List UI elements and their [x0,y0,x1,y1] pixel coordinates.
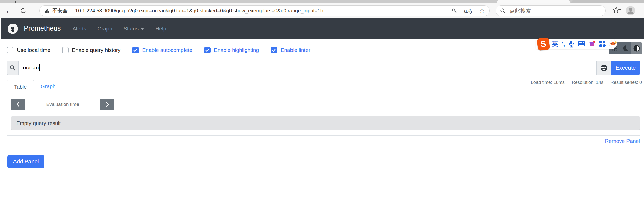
brand-title[interactable]: Prometheus [24,25,61,33]
translate-icon[interactable]: aあ [464,7,472,14]
tab-graph[interactable]: Graph [34,79,62,94]
more-menu-icon[interactable]: ··· [639,5,644,13]
resolution: Resolution: 14s [572,80,603,85]
tab-table[interactable]: Table [7,80,34,94]
url-text[interactable]: 10.1.224.58:9090/graph?g0.expr=ocean&g0.… [75,8,448,14]
microphone-icon[interactable] [568,40,574,48]
assistant-fox-icon[interactable] [609,40,618,48]
address-bar[interactable]: 不安全 10.1.224.58:9090/graph?g0.expr=ocean… [39,5,490,16]
skin-shirt-icon[interactable] [589,41,596,47]
search-icon [500,8,506,14]
expression-input[interactable]: ocean [19,61,596,75]
nav-graph[interactable]: Graph [97,26,112,32]
option-enable-autocomplete[interactable]: Enable autocomplete [132,47,192,53]
text-cursor [39,64,40,71]
nav-help[interactable]: Help [155,26,166,32]
result-series: Result series: 0 [610,80,642,85]
security-label[interactable]: 不安全 [52,7,68,14]
refresh-icon [20,7,26,14]
nav-alerts[interactable]: Alerts [73,26,86,32]
checkbox-checked[interactable] [271,47,277,53]
option-enable-query-history[interactable]: Enable query history [62,47,120,53]
prometheus-navbar: Prometheus Alerts Graph Status Help [0,18,644,39]
load-time: Load time: 18ms [531,80,565,85]
chevron-right-icon [105,102,109,107]
caret-down-icon [141,28,144,30]
browser-tab[interactable] [571,0,644,3]
remove-panel-link[interactable]: Remove Panel [605,138,640,144]
checkbox-unchecked[interactable] [7,47,13,53]
evaluation-time-forward-button[interactable] [100,99,114,110]
refresh-button[interactable] [18,5,28,16]
ime-toolbar: S 英 ’, [536,39,614,49]
option-use-local-time[interactable]: Use local time [7,47,50,53]
tab-separator [224,1,224,3]
warning-icon [44,8,50,13]
query-bar: ocean Execute [7,61,640,75]
tab-separator [362,1,362,3]
screen: ← 不安全 10.1.224.58:9090/graph?g0.expr=oce… [0,0,644,202]
evaluation-time-stepper [11,99,114,110]
tab-separator [86,1,86,3]
ime-language-mode[interactable]: 英 [552,40,558,48]
tab-separator [155,1,155,3]
checkbox-checked[interactable] [204,47,211,53]
nav-status[interactable]: Status [124,26,144,32]
chevron-left-icon [16,102,20,107]
query-stats: Load time: 18ms Resolution: 14s Result s… [531,80,642,85]
window-edge [0,18,1,39]
expression-search-addon [7,61,19,75]
browser-tab-strip[interactable] [0,0,644,3]
contrast-icon [633,45,640,52]
checkbox-unchecked[interactable] [62,47,69,53]
active-browser-tab[interactable] [497,0,570,3]
ime-punctuation-toggle[interactable]: ’, [561,41,565,46]
sogou-logo[interactable]: S [537,37,550,51]
add-panel-button[interactable]: Add Panel [7,155,44,168]
back-button[interactable]: ← [4,5,14,16]
browser-search-input[interactable] [510,8,586,14]
keyboard-icon[interactable] [578,41,585,47]
execute-button[interactable]: Execute [611,61,640,75]
tab-separator [293,1,293,3]
toolbox-grid-icon[interactable] [599,41,606,47]
prometheus-logo[interactable] [8,24,18,34]
check-icon [272,48,276,52]
tab-separator [431,1,431,3]
globe-icon [600,64,608,72]
sidebar-search-box[interactable] [496,5,606,16]
dark-theme-button[interactable] [620,42,631,54]
option-enable-highlighting[interactable]: Enable highlighting [204,47,259,53]
evaluation-time-back-button[interactable] [11,99,25,110]
favorite-star-icon[interactable]: ☆ [479,7,485,15]
moon-icon [622,45,629,52]
metrics-explorer-button[interactable] [596,61,611,75]
tab-separator [15,1,16,3]
option-enable-linter[interactable]: Enable linter [271,47,310,53]
empty-result-alert: Empty query result [11,116,640,130]
password-key-icon[interactable] [451,8,457,14]
browser-toolbar: ← 不安全 10.1.224.58:9090/graph?g0.expr=oce… [0,3,644,18]
avatar[interactable] [626,6,635,17]
torch-icon [9,25,16,32]
favorites-list-icon[interactable] [612,6,622,16]
panel-divider [7,135,640,136]
window-left-border [1,39,1,202]
evaluation-time-input[interactable] [25,99,100,110]
search-icon [9,65,16,71]
checkbox-checked[interactable] [132,47,139,53]
auto-theme-button[interactable] [631,42,642,54]
check-icon [133,48,137,52]
query-options: Use local time Enable query history Enab… [7,47,310,53]
check-icon [205,48,209,52]
